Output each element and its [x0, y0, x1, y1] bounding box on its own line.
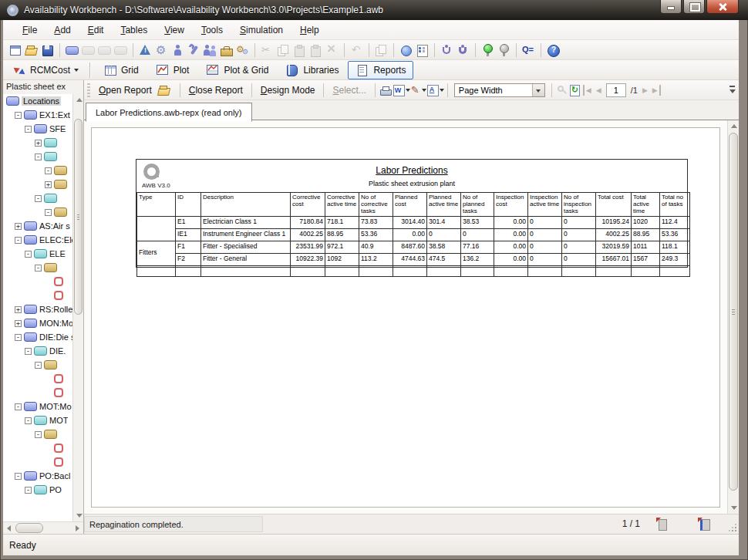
notes-icon[interactable] [374, 43, 389, 57]
toolbar-grip[interactable] [87, 83, 90, 97]
tree-expander[interactable]: - [15, 403, 22, 410]
tree-item[interactable]: - [3, 205, 72, 219]
tree-item[interactable]: - [3, 358, 72, 372]
tree-item[interactable]: -EX1:Ext [3, 108, 72, 122]
tree-expander[interactable]: - [25, 417, 32, 424]
print-icon[interactable] [379, 84, 393, 96]
tree-item[interactable] [3, 455, 72, 469]
crews-icon[interactable] [203, 43, 217, 57]
block-icon[interactable] [65, 43, 79, 57]
scroll-down-icon[interactable] [76, 514, 83, 518]
tree-expander[interactable]: + [15, 320, 22, 327]
tree-item[interactable]: +RS:Rolle [3, 302, 72, 316]
save-icon[interactable] [40, 43, 55, 57]
tree-item-locations[interactable]: Locations [3, 94, 72, 108]
refresh-icon[interactable] [568, 84, 581, 96]
tree-expander[interactable]: + [35, 140, 42, 147]
checklist-icon[interactable] [415, 43, 430, 57]
menu-tools[interactable]: Tools [193, 22, 231, 39]
tree-item[interactable]: -ELEC:Ele [3, 233, 72, 247]
view-reports-button[interactable]: Reports [348, 61, 413, 79]
tree-item[interactable]: - [3, 261, 72, 275]
export-labor-icon[interactable] [456, 43, 470, 57]
help-icon[interactable] [546, 43, 561, 57]
cut-icon[interactable] [260, 43, 275, 57]
export-pdf-icon[interactable] [410, 84, 422, 96]
maintenance-gear-icon[interactable] [154, 43, 169, 57]
open-project-icon[interactable] [24, 43, 39, 57]
import-labor-icon[interactable] [440, 43, 454, 57]
scrollbar-thumb[interactable] [729, 133, 738, 491]
process-gears-icon[interactable] [235, 43, 250, 57]
block-icon[interactable] [97, 43, 112, 57]
module-select-button[interactable]: RCMCost [8, 62, 85, 78]
menu-help[interactable]: Help [291, 22, 328, 39]
tree-expander[interactable]: - [35, 431, 42, 438]
tree-expander[interactable]: - [45, 209, 52, 216]
tree-item[interactable]: - [3, 191, 72, 205]
new-project-icon[interactable] [8, 43, 22, 57]
tree-item[interactable]: -PO:Bacl [3, 469, 72, 483]
close-button[interactable] [706, 0, 739, 14]
tree-expander[interactable]: - [35, 153, 42, 160]
tree-expander[interactable]: - [35, 195, 42, 202]
scroll-up-icon[interactable] [76, 98, 83, 102]
previous-page-icon[interactable]: ◀ [594, 85, 604, 96]
zoom-combobox[interactable]: Page Width [454, 83, 545, 97]
view-grid-button[interactable]: Grid [96, 61, 147, 79]
tree-horizontal-scrollbar[interactable] [3, 521, 83, 534]
tree-item[interactable]: -PO [3, 483, 72, 497]
toolbar-overflow-icon[interactable] [729, 86, 736, 93]
spares-wrench-icon[interactable] [187, 43, 201, 57]
menu-view[interactable]: View [156, 22, 193, 39]
chevron-down-icon[interactable] [440, 89, 444, 92]
tree-item[interactable]: + [3, 136, 72, 150]
view-plot-grid-button[interactable]: Plot & Grid [198, 61, 276, 79]
view-plot-button[interactable]: Plot [148, 61, 197, 79]
formula-icon[interactable] [521, 43, 536, 57]
minimize-button[interactable] [660, 0, 682, 14]
paste-special-icon[interactable] [308, 43, 323, 57]
print-preview-icon[interactable] [555, 84, 568, 96]
fit-page-icon[interactable] [655, 518, 668, 531]
block-icon[interactable] [81, 43, 96, 57]
tree-item[interactable]: -DIE:Die s [3, 330, 72, 344]
page-number-input[interactable]: 1 [606, 83, 626, 97]
tree-expander[interactable]: - [25, 487, 32, 494]
copy-icon[interactable] [276, 43, 291, 57]
menu-edit[interactable]: Edit [79, 22, 113, 39]
tree-item[interactable] [3, 275, 72, 288]
paste-icon[interactable] [292, 43, 307, 57]
tree-expander[interactable]: - [35, 362, 42, 369]
tree-expander[interactable]: - [25, 251, 32, 258]
tree-expander[interactable]: + [45, 181, 52, 188]
labor-icon[interactable] [170, 43, 185, 57]
tree-panel-header[interactable]: Plastic sheet ex [3, 80, 83, 94]
export-text-icon[interactable] [426, 84, 440, 96]
tree-item[interactable]: - [3, 427, 72, 441]
fit-width-icon[interactable] [697, 518, 709, 531]
export-word-icon[interactable] [393, 84, 406, 96]
scroll-up-icon[interactable] [731, 124, 737, 128]
tree-item[interactable] [3, 386, 72, 400]
maximize-button[interactable] [683, 0, 705, 14]
toolbox-icon[interactable] [219, 43, 234, 57]
tree-expander[interactable]: - [15, 473, 22, 480]
tree-item[interactable] [3, 288, 72, 302]
tree-expander[interactable]: - [15, 112, 22, 119]
design-mode-button[interactable]: Design Mode [255, 83, 321, 98]
report-viewport[interactable]: AWB V3.0 Labor Predictions Plastic sheet… [84, 120, 739, 514]
select-button[interactable]: Select... [327, 83, 371, 98]
indicator-gray-icon[interactable] [497, 43, 511, 57]
open-report-button[interactable]: Open Report [93, 81, 177, 100]
tree-expander[interactable]: + [15, 223, 22, 230]
report-tab[interactable]: Labor Predictions.awb-repx (read only) [86, 103, 252, 122]
tree-item[interactable]: +AS:Air s [3, 219, 72, 233]
scrollbar-thumb[interactable] [74, 119, 83, 315]
tree-item[interactable] [3, 372, 72, 386]
tree-expander[interactable]: - [25, 126, 32, 133]
tree-expander[interactable]: - [35, 265, 42, 272]
indicator-green-icon[interactable] [480, 43, 495, 57]
menu-file[interactable]: File [14, 22, 45, 39]
next-page-icon[interactable]: ▶ [640, 85, 650, 96]
